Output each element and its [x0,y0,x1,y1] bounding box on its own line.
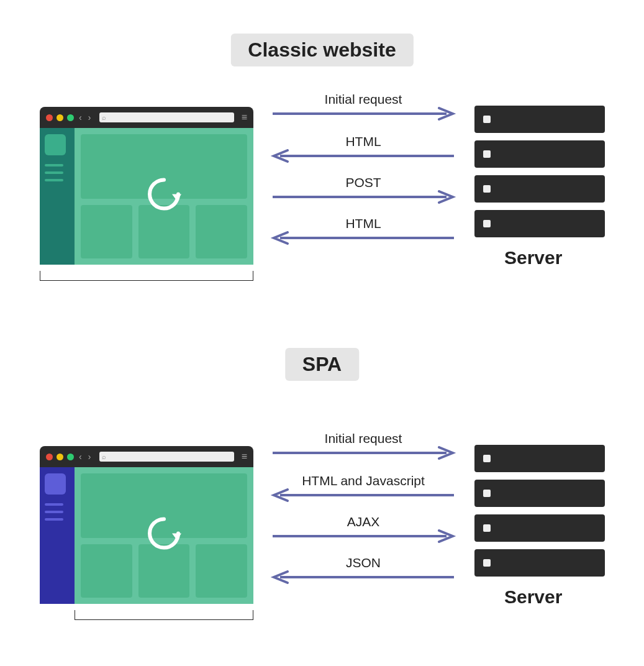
browser-content [75,128,253,265]
content-panel [81,205,132,258]
classic-browser: ‹ › ≡ [40,107,253,265]
menu-icon: ≡ [242,451,247,462]
server-rack [474,480,605,507]
server-light-icon [483,490,491,497]
content-panel [196,205,247,258]
server-label: Server [504,247,562,268]
arrow-label: Initial request [325,431,402,446]
spa-browser: ‹ › ≡ [40,446,253,604]
arrow-label: HTML and Javascript [302,473,425,488]
sidebar-line [45,164,63,166]
arrow-left-icon [270,488,456,502]
sidebar-line [45,171,63,174]
arrow-right-icon [270,529,456,543]
arrow-left-icon [270,231,456,245]
server-light-icon [483,220,491,227]
menu-icon: ≡ [242,112,247,123]
sidebar-square [45,134,66,155]
arrow-html-response: HTML [267,134,460,163]
partial-reload-bracket [75,610,253,620]
traffic-light-red-icon [46,454,53,460]
arrow-right-icon [270,107,456,121]
address-bar [99,112,234,122]
server-light-icon [483,185,491,193]
browser-sidebar [40,128,75,265]
arrow-label: Initial request [325,92,402,107]
server-stack-spa [474,445,605,577]
server-light-icon [483,150,491,158]
browser-sidebar [40,467,75,604]
full-reload-bracket [40,271,253,281]
arrow-label: AJAX [347,514,380,529]
back-icon: ‹ [79,112,82,122]
traffic-light-green-icon [67,454,74,460]
server-light-icon [483,524,491,532]
arrow-right-icon [270,446,456,460]
address-bar [99,452,234,462]
browser-body [40,128,253,265]
server-label: Server [504,586,562,608]
browser-content [75,467,253,604]
server-rack [474,210,605,237]
traffic-light-green-icon [67,114,74,121]
server-light-icon [483,455,491,462]
server-rack [474,514,605,542]
sidebar-square [45,473,66,495]
reload-icon [142,512,186,555]
browser-chrome: ‹ › ≡ [40,107,253,128]
arrow-left-icon [270,149,456,163]
arrow-html-response-2: HTML [267,216,460,245]
sidebar-line [45,511,63,513]
reload-icon [142,173,186,216]
arrow-label: POST [345,175,381,190]
arrow-label: HTML [345,216,381,231]
traffic-light-yellow-icon [57,454,63,460]
browser-chrome: ‹ › ≡ [40,446,253,467]
forward-icon: › [88,112,91,122]
traffic-light-red-icon [46,114,53,121]
server-light-icon [483,116,491,123]
sidebar-line [45,518,63,521]
arrow-post-request: POST [267,175,460,204]
arrow-ajax-request: AJAX [267,514,460,543]
svg-marker-0 [172,194,181,201]
server-rack [474,549,605,577]
server-rack [474,175,605,203]
arrow-json-response: JSON [267,555,460,584]
arrow-right-icon [270,190,456,204]
arrow-initial-request-spa: Initial request [267,431,460,460]
server-light-icon [483,559,491,567]
server-rack [474,140,605,168]
arrow-left-icon [270,570,456,584]
arrow-initial-request: Initial request [267,92,460,121]
server-rack [474,106,605,133]
svg-marker-1 [172,534,181,541]
spa-title: SPA [285,348,359,381]
back-icon: ‹ [79,452,82,462]
classic-title: Classic website [230,34,413,66]
sidebar-line [45,179,63,181]
server-rack [474,445,605,472]
arrow-label: JSON [346,555,381,570]
content-panel [196,544,247,598]
traffic-light-yellow-icon [57,114,63,121]
sidebar-line [45,503,63,506]
browser-body [40,467,253,604]
content-panel [81,544,132,598]
server-stack-classic [474,106,605,237]
forward-icon: › [88,452,91,462]
arrow-label: HTML [345,134,381,149]
arrow-html-js-response: HTML and Javascript [267,473,460,502]
